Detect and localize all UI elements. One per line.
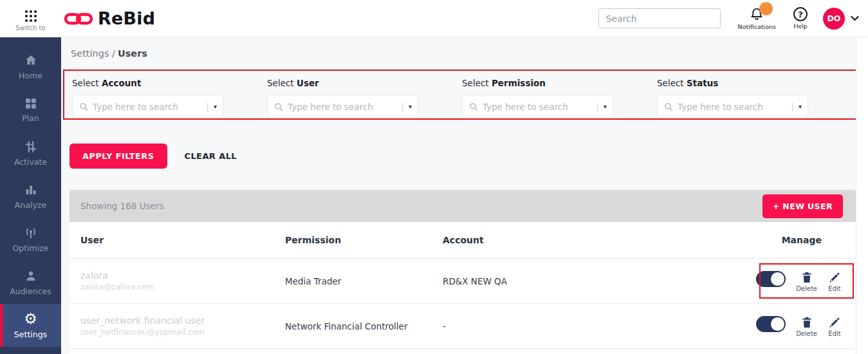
- user-name: user_network financial user: [80, 315, 285, 326]
- filter-permission: Select Permission: [462, 77, 613, 118]
- clear-all-button[interactable]: CLEAR ALL: [185, 151, 237, 161]
- account-cell: RD&X NEW QA: [443, 276, 711, 286]
- pencil-icon: [827, 315, 842, 330]
- sidebar-item-label: Activate: [14, 157, 47, 167]
- permission-select[interactable]: [462, 95, 613, 118]
- column-header-permission: Permission: [285, 235, 443, 245]
- toggle-knob: [771, 317, 784, 331]
- edit-button[interactable]: Edit: [827, 270, 842, 292]
- edit-label: Edit: [828, 330, 840, 337]
- caret-down-icon[interactable]: [604, 103, 607, 110]
- sidebar-item-label: Audiences: [10, 286, 51, 296]
- filter-label-name: Status: [687, 78, 718, 88]
- edit-button[interactable]: Edit: [827, 315, 842, 337]
- sidebar-item-plan[interactable]: Plan: [0, 88, 61, 131]
- account-select[interactable]: [72, 95, 223, 118]
- search-icon: [664, 102, 673, 111]
- select-divider: [596, 102, 599, 112]
- status-select[interactable]: [657, 95, 808, 118]
- filter-label-prefix: Select: [657, 78, 684, 88]
- user-avatar[interactable]: DO: [823, 8, 845, 30]
- table-row: zalora zalora@zalora.com Media Trader RD…: [69, 259, 856, 304]
- pencil-icon: [827, 270, 842, 284]
- account-menu-chevron[interactable]: [851, 15, 859, 21]
- users-table: Showing 168 Users + NEW USER User Permis…: [69, 190, 856, 354]
- sidebar-item-optimize[interactable]: Optimize: [0, 218, 61, 261]
- sidebar-item-audiences[interactable]: Audiences: [0, 261, 61, 304]
- notifications-button[interactable]: Notifications: [738, 6, 776, 30]
- sliders-icon: [24, 140, 38, 154]
- permission-cell: Network Financial Controller: [285, 321, 443, 331]
- filter-actions: APPLY FILTERS CLEAR ALL: [69, 144, 237, 169]
- filters-annotation-box: Select Account Select User: [63, 70, 857, 120]
- status-search-input[interactable]: [678, 102, 789, 112]
- filter-label-name: Permission: [492, 78, 546, 88]
- breadcrumb-page: Users: [118, 48, 147, 59]
- account-search-input[interactable]: [93, 102, 204, 112]
- new-user-button[interactable]: + NEW USER: [762, 194, 843, 218]
- sidebar-item-settings[interactable]: ⚙ Settings: [0, 304, 61, 347]
- sidebar-item-analyze[interactable]: Analyze: [0, 174, 61, 218]
- delete-button[interactable]: Delete: [796, 315, 817, 337]
- status-toggle[interactable]: [756, 271, 786, 287]
- sidebar-item-label: Home: [19, 71, 42, 80]
- filter-account: Select Account: [72, 77, 223, 118]
- user-name: zalora: [80, 270, 285, 281]
- status-toggle[interactable]: [756, 316, 786, 332]
- delete-label: Delete: [796, 330, 817, 337]
- help-button[interactable]: Help: [793, 7, 808, 30]
- delete-button[interactable]: Delete: [796, 270, 817, 292]
- search-icon: [79, 102, 88, 111]
- edit-label: Edit: [828, 285, 840, 292]
- person-icon: [24, 269, 38, 283]
- filter-label-prefix: Select: [267, 78, 294, 88]
- global-search: [598, 8, 721, 28]
- sidebar-item-home[interactable]: Home: [0, 45, 61, 88]
- filter-label-name: User: [297, 78, 319, 88]
- search-input[interactable]: [598, 8, 721, 28]
- help-label: Help: [793, 23, 808, 30]
- filter-label-name: Account: [102, 78, 141, 88]
- page-gutter: [856, 37, 868, 354]
- notification-badge: [759, 2, 773, 15]
- bar-chart-icon: [24, 183, 38, 197]
- brand-logo: ReBid: [64, 8, 155, 28]
- trash-icon: [800, 270, 814, 284]
- filter-label-prefix: Select: [72, 78, 99, 88]
- caret-down-icon[interactable]: [799, 103, 802, 110]
- user-email: user_netfinanceu@yopmail.com: [80, 328, 285, 337]
- permission-search-input[interactable]: [483, 102, 594, 112]
- search-icon: [274, 102, 283, 111]
- sidebar-item-label: Analyze: [15, 200, 46, 210]
- app-switcher[interactable]: Switch to: [0, 6, 61, 32]
- help-icon: [793, 7, 808, 21]
- table-row: user_network financial user user_netfina…: [69, 304, 856, 349]
- select-divider: [206, 102, 209, 112]
- sidebar-nav: Home Plan Activate Analyze: [0, 37, 61, 354]
- permission-cell: Media Trader: [285, 276, 443, 286]
- main-content: Settings /Users Select Account Sel: [61, 37, 856, 354]
- topbar: Switch to ReBid Notifications Hel: [0, 0, 868, 37]
- chain-link-icon: [64, 10, 93, 27]
- breadcrumb-section: Settings /: [71, 48, 115, 59]
- filter-user: Select User: [267, 77, 418, 118]
- filter-label-prefix: Select: [462, 78, 489, 88]
- user-select[interactable]: [267, 95, 418, 118]
- table-column-headers: User Permission Account Manage: [69, 222, 856, 259]
- caret-down-icon[interactable]: [409, 103, 412, 110]
- caret-down-icon[interactable]: [214, 103, 217, 110]
- column-header-user: User: [69, 235, 285, 245]
- select-divider: [401, 102, 404, 112]
- grid-icon: [24, 9, 38, 23]
- sidebar-item-label: Plan: [22, 113, 39, 123]
- table-header-bar: Showing 168 Users + NEW USER: [69, 190, 856, 222]
- results-summary: Showing 168 Users: [80, 201, 163, 211]
- gear-icon: ⚙: [24, 312, 37, 326]
- notifications-label: Notifications: [738, 23, 776, 30]
- delete-label: Delete: [796, 285, 817, 292]
- user-search-input[interactable]: [288, 102, 399, 112]
- column-header-manage: Manage: [711, 235, 856, 245]
- sidebar-item-activate[interactable]: Activate: [0, 131, 61, 174]
- apply-filters-button[interactable]: APPLY FILTERS: [69, 144, 167, 169]
- filter-status: Select Status: [657, 77, 808, 118]
